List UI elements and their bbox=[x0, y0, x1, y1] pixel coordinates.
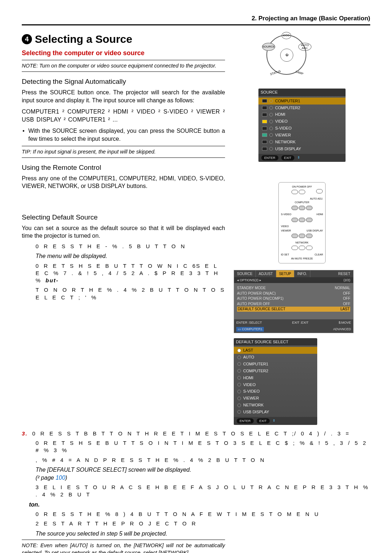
exit-pill: EXIT bbox=[257, 418, 270, 423]
menu-item: LAST bbox=[234, 347, 317, 354]
step-num: 3. bbox=[22, 430, 28, 437]
radio-icon bbox=[269, 140, 273, 144]
figure-dss-menu: DEFAULT SOURCE SELECT LAST AUTO COMPUTER… bbox=[234, 338, 317, 425]
section-title: 4 Selecting a Source bbox=[22, 32, 225, 47]
remote-btn-icon bbox=[299, 190, 305, 194]
osd-val: NORMAL bbox=[335, 286, 350, 291]
menu-item: COMPUTER1 bbox=[234, 361, 317, 368]
menu-label: VIDEO bbox=[275, 119, 287, 124]
osd-footer: ENTER :SELECT EXIT :EXIT $:MOVE bbox=[234, 319, 353, 326]
radio-icon bbox=[237, 404, 241, 407]
osd-key: AUTO POWER OFF bbox=[237, 302, 270, 307]
hdmi-icon bbox=[262, 113, 267, 116]
divider bbox=[22, 24, 370, 25]
step-4a: 0 R E T S H S E B U T T S O I N T I M E … bbox=[36, 439, 370, 454]
move-indicator: ⇕ bbox=[297, 155, 300, 160]
menu-title: SOURCE bbox=[258, 89, 346, 96]
remote-label: NETWORK bbox=[281, 241, 323, 244]
figure-control-ring: ECO SOURCE AUTO ADJ. ⏻ STATUS LAMP bbox=[234, 32, 370, 83]
step-5-tail: ton. bbox=[29, 501, 40, 508]
radio-icon bbox=[269, 127, 273, 130]
menu-label: VIDEO bbox=[243, 382, 256, 388]
remote-btn-icon bbox=[299, 246, 305, 250]
remote-btn-icon bbox=[291, 246, 298, 250]
menu-item: VIEWER bbox=[234, 395, 317, 402]
menu-label: LAST bbox=[243, 348, 253, 353]
osd-row: STANDBY MODENORMAL bbox=[237, 286, 350, 291]
section-num-icon: 4 bbox=[22, 34, 32, 44]
step-7: 2 E S T A R T T H E P R O J E C T O R bbox=[36, 520, 370, 527]
step-text: 0 R E S S T B B T T O N T H R E E T I M … bbox=[32, 430, 350, 437]
step-4b: , % # 4 = A N D P R E S S T H E % . 4 % … bbox=[36, 456, 370, 464]
step-tail: but- bbox=[46, 277, 59, 283]
figure-source-menu: SOURCE COMPUTER1 COMPUTER2 HDMI VIDEO S-… bbox=[258, 89, 346, 162]
remote-btn-icon bbox=[306, 206, 313, 210]
menu-footer: ENTER EXIT ⇕ bbox=[234, 417, 317, 425]
menu-label: COMPUTER1 bbox=[243, 361, 268, 367]
radio-icon bbox=[237, 362, 241, 366]
remote-btn-icon bbox=[306, 234, 313, 238]
osd-body: STANDBY MODENORMAL AUTO POWER ON(AC)OFF … bbox=[234, 283, 353, 319]
para: Press any one of the COMPUTER1, COMPUTER… bbox=[22, 175, 225, 190]
bullet-list: With the SOURCE screen displayed, you ca… bbox=[22, 127, 225, 143]
radio-icon bbox=[237, 369, 241, 373]
menu-label: COMPUTER2 bbox=[243, 368, 268, 374]
osd-key: DEFAULT SOURCE SELECT bbox=[238, 307, 285, 312]
osd-sub-right: (2/2) bbox=[343, 278, 350, 282]
move-indicator: ⇕ bbox=[273, 418, 275, 423]
osd-row: DEFAULT SOURCE SELECTLAST bbox=[237, 307, 350, 312]
osd-comp: ▭ COMPUTER1 bbox=[236, 327, 264, 331]
menu-label: AUTO bbox=[243, 355, 254, 360]
remote-btn-icon bbox=[316, 189, 323, 193]
para: You can set a source as the default sour… bbox=[22, 224, 225, 240]
divider bbox=[22, 540, 225, 540]
source-sequence: COMPUTER1 ² COMPUTER2 ² HDMI ² VIDEO ² S… bbox=[22, 108, 225, 123]
step-2b: T O N O R T H E % . 4 % 2 B U T T O N T … bbox=[36, 286, 225, 301]
menu-label: VIEWER bbox=[243, 396, 259, 401]
menu-item: NETWORK bbox=[258, 139, 346, 146]
remote-label: ID SET bbox=[281, 253, 289, 256]
step-text: 0 R E T S H S E B U T T T O W N I C 6S E… bbox=[36, 263, 219, 284]
osd-tab: INFO. bbox=[294, 270, 310, 278]
radio-icon bbox=[237, 349, 241, 352]
menu-body: LAST AUTO COMPUTER1 COMPUTER2 HDMI VIDEO… bbox=[234, 345, 317, 417]
eco-button-icon: ECO bbox=[282, 32, 291, 39]
svideo-icon bbox=[262, 127, 267, 130]
menu-item: VIDEO bbox=[258, 118, 346, 125]
menu-label: COMPUTER2 bbox=[275, 105, 300, 111]
radio-icon bbox=[269, 133, 273, 137]
osd-row: AUTO POWER ON(AC)OFF bbox=[237, 291, 350, 296]
divider bbox=[22, 60, 225, 60]
network-icon bbox=[262, 140, 267, 144]
radio-icon bbox=[237, 356, 241, 359]
step-3: 3. 0 R E S S T B B T T O N T H R E E T I… bbox=[22, 430, 370, 437]
menu-label: NETWORK bbox=[275, 139, 295, 145]
osd-key: AUTO POWER ON(AC) bbox=[237, 291, 275, 296]
remote-label: VIDEO bbox=[281, 225, 323, 228]
menu-title: DEFAULT SOURCE SELECT bbox=[234, 338, 317, 346]
enter-pill: ENTER bbox=[237, 418, 254, 423]
autoadj-button-icon: AUTO ADJ. bbox=[298, 43, 311, 51]
remote-label: S-VIDEO bbox=[281, 213, 291, 216]
menu-item: COMPUTER2 bbox=[258, 105, 346, 111]
text: (² page bbox=[36, 475, 56, 481]
menu-body: COMPUTER1 COMPUTER2 HDMI VIDEO S-VIDEO V… bbox=[258, 96, 346, 154]
osd-footer2: ▭ COMPUTER1 ADVANCED bbox=[234, 326, 353, 332]
computer-icon bbox=[262, 99, 267, 103]
divider bbox=[22, 71, 225, 72]
remote-label: COMPUTER bbox=[281, 201, 323, 204]
osd-sub: ◂ OPTIONS(2) ▸(2/2) bbox=[234, 277, 353, 283]
figure-column: ECO SOURCE AUTO ADJ. ⏻ STATUS LAMP SOURC… bbox=[234, 32, 370, 428]
steps-continued: 3. 0 R E S S T B B T T O N T H R E E T I… bbox=[22, 430, 370, 537]
remote-btn-icon bbox=[306, 246, 313, 250]
page-link[interactable]: 100 bbox=[56, 475, 65, 481]
menu-label: COMPUTER1 bbox=[275, 98, 300, 104]
menu-item: COMPUTER2 bbox=[234, 368, 317, 374]
radio-icon bbox=[269, 99, 273, 103]
menu-item: VIDEO bbox=[234, 381, 317, 388]
tip-text: TIP: If no input signal is present, the … bbox=[22, 148, 225, 156]
step-6: 0 R E S S T H E % 8 ) 4 B U T T O N A F … bbox=[36, 511, 370, 518]
exit-pill: EXIT bbox=[281, 155, 294, 160]
osd-move: $:MOVE bbox=[339, 320, 351, 325]
menu-label: VIEWER bbox=[275, 132, 291, 138]
